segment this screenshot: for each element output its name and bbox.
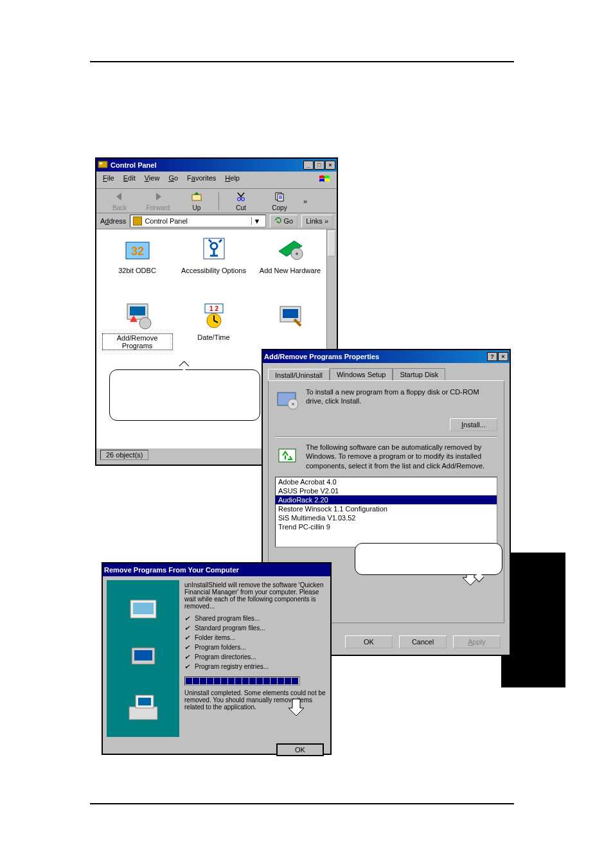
scroll-thumb[interactable]: [328, 231, 335, 256]
checklist-item: ✔Standard program files...: [184, 623, 326, 633]
recycle-icon: [275, 443, 299, 467]
control-panel-item-label: Date/Time: [197, 333, 229, 341]
address-field[interactable]: Control Panel ▼: [130, 215, 265, 227]
progress-block: [278, 678, 284, 684]
dropdown-arrow-icon[interactable]: ▼: [251, 217, 263, 225]
install-message: To install a new program from a floppy d…: [306, 387, 497, 406]
program-list-item[interactable]: Trend PC-cillin 9: [276, 522, 497, 531]
titlebar[interactable]: Control Panel _ □ ×: [96, 159, 337, 172]
program-list-item[interactable]: Adobe Acrobat 4.0: [276, 477, 497, 486]
arrow-pointer-icon: [287, 698, 301, 713]
remove-message: The following software can be automatica…: [306, 443, 497, 470]
svg-point-3: [238, 198, 241, 201]
svg-rect-14: [130, 306, 145, 315]
address-label: Address: [100, 217, 126, 225]
menu-file[interactable]: File: [103, 174, 114, 186]
menu-help[interactable]: Help: [225, 174, 240, 186]
svg-point-15: [139, 317, 151, 329]
checkmark-icon: ✔: [184, 644, 190, 651]
progress-block: [235, 678, 242, 684]
address-bar: Address Control Panel ▼ Go Links »: [96, 213, 337, 229]
apply-button[interactable]: Apply: [453, 635, 501, 648]
progress-block: [207, 678, 213, 684]
menu-go[interactable]: Go: [168, 174, 178, 186]
menu-favorites[interactable]: Favorites: [187, 174, 216, 186]
install-disk-icon: [275, 387, 299, 412]
separator: [218, 192, 219, 210]
copy-button[interactable]: Copy: [260, 190, 299, 211]
progress-block: [292, 678, 298, 684]
svg-point-28: [292, 403, 294, 405]
scissors-icon: [235, 190, 247, 203]
control-panel-item-icon: [199, 233, 229, 264]
tab-install-uninstall[interactable]: Install/Uninstall: [268, 369, 330, 381]
forward-button[interactable]: Forward: [139, 190, 177, 211]
svg-point-4: [242, 198, 245, 201]
progress-block: [214, 678, 220, 684]
folder-up-icon: [191, 190, 202, 203]
tab-bar: Install/Uninstall Windows Setup Startup …: [263, 363, 510, 380]
control-panel-item[interactable]: Add/Remove Programs: [100, 300, 174, 364]
cut-button[interactable]: Cut: [222, 190, 260, 211]
control-panel-item[interactable]: Add New Hardware: [253, 233, 327, 297]
svg-text:1 2: 1 2: [209, 305, 218, 312]
wizard-title: Remove Programs From Your Computer: [104, 566, 239, 574]
chevron-right-icon: »: [324, 217, 328, 225]
installed-programs-list[interactable]: Adobe Acrobat 4.0ASUS Probe V2.01AudioRa…: [275, 477, 497, 547]
control-panel-item-icon: 32: [122, 233, 153, 264]
progress-bar: [184, 677, 300, 686]
install-button[interactable]: Install...: [450, 418, 497, 431]
progress-block: [256, 678, 263, 684]
ok-button[interactable]: OK: [276, 743, 324, 756]
copy-icon: [274, 190, 285, 203]
status-text: 26 object(s): [100, 450, 148, 460]
progress-block: [285, 678, 291, 684]
tab-startup-disk[interactable]: Startup Disk: [393, 368, 445, 380]
cancel-button[interactable]: Cancel: [399, 635, 447, 648]
page-rule-top: [90, 61, 514, 62]
close-button[interactable]: ×: [498, 352, 508, 361]
menu-edit[interactable]: Edit: [123, 174, 136, 186]
checkmark-icon: ✔: [184, 624, 190, 632]
checkmark-icon: ✔: [184, 663, 190, 670]
titlebar[interactable]: Add/Remove Programs Properties ? ×: [263, 350, 510, 363]
program-list-item[interactable]: AudioRack 2.20: [276, 495, 497, 504]
control-panel-item[interactable]: 1 2Date/Time: [177, 300, 251, 364]
program-list-item[interactable]: SiS Multimedia V1.03.52: [276, 513, 497, 522]
wizard-graphic: [107, 580, 179, 737]
control-panel-item[interactable]: 3232bit ODBC: [100, 233, 174, 297]
program-list-item[interactable]: Restore Winsock 1.1 Configuration: [276, 504, 497, 513]
svg-rect-1: [100, 163, 102, 164]
links-button[interactable]: Links »: [301, 215, 333, 227]
checklist-item: ✔Program folders...: [184, 642, 326, 652]
maximize-button[interactable]: □: [314, 161, 324, 170]
back-button[interactable]: Back: [100, 190, 139, 211]
go-button[interactable]: Go: [270, 215, 298, 227]
separator: [275, 436, 497, 438]
progress-block: [263, 678, 270, 684]
svg-rect-31: [133, 603, 154, 614]
control-panel-item[interactable]: Accessibility Options: [177, 233, 251, 297]
close-button[interactable]: ×: [325, 161, 335, 170]
program-list-item[interactable]: ASUS Probe V2.01: [276, 486, 497, 495]
checklist-label: Folder items...: [195, 634, 235, 641]
ok-button[interactable]: OK: [345, 635, 393, 648]
help-button[interactable]: ?: [487, 352, 497, 361]
callout-bubble: [355, 543, 502, 575]
toolbar-overflow-icon[interactable]: »: [299, 197, 312, 205]
windows-logo-icon: [319, 174, 330, 186]
menubar: File Edit View Go Favorites Help: [96, 172, 337, 189]
checklist-item: ✔Program registry entries...: [184, 662, 326, 671]
svg-rect-2: [192, 195, 201, 200]
menu-view[interactable]: View: [145, 174, 160, 186]
control-panel-item-icon: 1 2: [199, 300, 229, 331]
up-button[interactable]: Up: [177, 190, 216, 211]
checkmark-icon: ✔: [184, 653, 190, 660]
minimize-button[interactable]: _: [303, 161, 314, 170]
control-panel-item-label: Add New Hardware: [260, 267, 321, 274]
titlebar[interactable]: Remove Programs From Your Computer: [103, 563, 330, 576]
checklist-item: ✔Folder items...: [184, 633, 326, 642]
progress-block: [200, 678, 206, 684]
tab-windows-setup[interactable]: Windows Setup: [330, 368, 393, 380]
svg-rect-33: [134, 650, 152, 660]
